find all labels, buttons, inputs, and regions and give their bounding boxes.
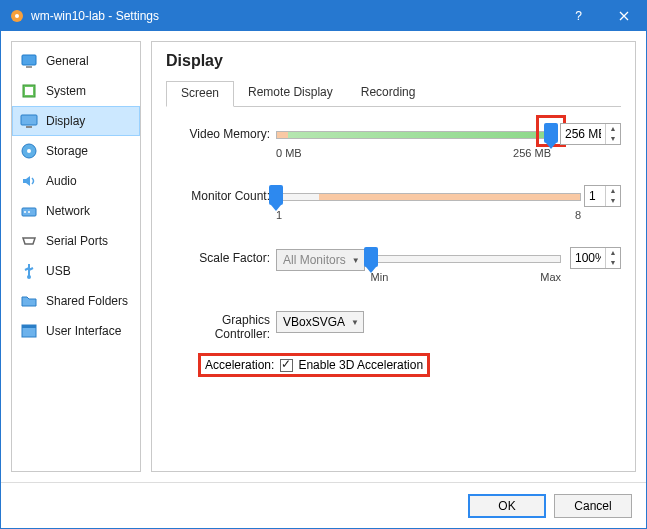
chevron-down-icon: ▼ (351, 318, 359, 327)
svg-rect-2 (22, 55, 36, 65)
sidebar: General System Display Storage Audio Net… (11, 41, 141, 472)
usb-icon (20, 262, 38, 280)
spin-down[interactable]: ▼ (606, 258, 620, 268)
svg-rect-3 (26, 66, 32, 68)
sidebar-item-shared-folders[interactable]: Shared Folders (12, 286, 140, 316)
page-title: Display (166, 52, 621, 70)
slider-thumb[interactable] (364, 247, 378, 267)
monitor-count-spinner[interactable]: ▲▼ (584, 185, 621, 207)
tab-remote-display[interactable]: Remote Display (234, 81, 347, 107)
tab-screen[interactable]: Screen (166, 81, 234, 107)
scale-factor-input[interactable] (571, 251, 605, 265)
spin-up[interactable]: ▲ (606, 186, 620, 196)
acceleration-highlight: Acceleration: Enable 3D Acceleration (198, 353, 430, 377)
close-button[interactable] (601, 1, 646, 31)
spin-down[interactable]: ▼ (606, 196, 620, 206)
slider-thumb[interactable] (269, 185, 283, 205)
help-button[interactable]: ? (556, 1, 601, 31)
row-scale-factor: Scale Factor: All Monitors ▼ Min Max ▲▼ (166, 249, 621, 289)
label-monitor-count: Monitor Count: (166, 187, 276, 203)
svg-point-11 (24, 211, 26, 213)
sidebar-item-serial-ports[interactable]: Serial Ports (12, 226, 140, 256)
label-graphics-controller: Graphics Controller: (166, 311, 276, 341)
row-acceleration: Acceleration: Enable 3D Acceleration (166, 353, 621, 377)
label-video-memory: Video Memory: (166, 125, 276, 141)
spin-up[interactable]: ▲ (606, 248, 620, 258)
sidebar-item-system[interactable]: System (12, 76, 140, 106)
svg-point-12 (28, 211, 30, 213)
video-memory-input[interactable] (561, 127, 605, 141)
close-icon (619, 11, 629, 21)
spin-up[interactable]: ▲ (606, 124, 620, 134)
svg-rect-6 (21, 115, 37, 125)
sidebar-item-storage[interactable]: Storage (12, 136, 140, 166)
slider-monitor-count[interactable]: 1 8 ▲▼ (276, 187, 621, 227)
serial-ports-icon (20, 232, 38, 250)
gear-icon (9, 8, 25, 24)
sidebar-item-general[interactable]: General (12, 46, 140, 76)
general-icon (20, 52, 38, 70)
label-acceleration: Acceleration: (205, 358, 274, 372)
sidebar-item-display[interactable]: Display (12, 106, 140, 136)
checkbox-3d-acceleration[interactable]: Enable 3D Acceleration (280, 358, 423, 372)
svg-rect-7 (26, 126, 32, 128)
sidebar-item-network[interactable]: Network (12, 196, 140, 226)
storage-icon (20, 142, 38, 160)
checkbox-box (280, 359, 293, 372)
ok-button[interactable]: OK (468, 494, 546, 518)
titlebar: wm-win10-lab - Settings ? (1, 1, 646, 31)
label-scale-factor: Scale Factor: (166, 249, 276, 265)
svg-rect-5 (25, 87, 33, 95)
svg-point-9 (27, 149, 31, 153)
spin-down[interactable]: ▼ (606, 134, 620, 144)
main-panel: Display Screen Remote Display Recording … (151, 41, 636, 472)
tabs: Screen Remote Display Recording (166, 80, 621, 107)
sidebar-item-audio[interactable]: Audio (12, 166, 140, 196)
display-icon (20, 112, 38, 130)
network-icon (20, 202, 38, 220)
sidebar-item-usb[interactable]: USB (12, 256, 140, 286)
graphics-controller-dropdown[interactable]: VBoxSVGA ▼ (276, 311, 364, 333)
svg-point-13 (27, 275, 31, 279)
slider-scale-factor[interactable]: Min Max ▲▼ (371, 249, 621, 289)
scale-factor-monitor-dropdown[interactable]: All Monitors ▼ (276, 249, 365, 271)
slider-thumb[interactable] (544, 123, 558, 143)
window-title: wm-win10-lab - Settings (31, 9, 556, 23)
slider-video-memory[interactable]: 0 MB 256 MB ▲▼ (276, 125, 621, 165)
window-body: General System Display Storage Audio Net… (1, 31, 646, 482)
row-graphics-controller: Graphics Controller: VBoxSVGA ▼ (166, 311, 621, 341)
tab-recording[interactable]: Recording (347, 81, 430, 107)
svg-rect-15 (22, 325, 36, 328)
row-video-memory: Video Memory: 0 MB 256 MB (166, 125, 621, 165)
sidebar-item-user-interface[interactable]: User Interface (12, 316, 140, 346)
ui-icon (20, 322, 38, 340)
scale-factor-spinner[interactable]: ▲▼ (570, 247, 621, 269)
settings-window: wm-win10-lab - Settings ? General System… (0, 0, 647, 529)
folder-icon (20, 292, 38, 310)
system-icon (20, 82, 38, 100)
cancel-button[interactable]: Cancel (554, 494, 632, 518)
chevron-down-icon: ▼ (352, 256, 360, 265)
video-memory-spinner[interactable]: ▲▼ (560, 123, 621, 145)
footer: OK Cancel (1, 482, 646, 528)
audio-icon (20, 172, 38, 190)
svg-point-1 (15, 14, 19, 18)
monitor-count-input[interactable] (585, 189, 605, 203)
row-monitor-count: Monitor Count: 1 8 ▲▼ (166, 187, 621, 227)
